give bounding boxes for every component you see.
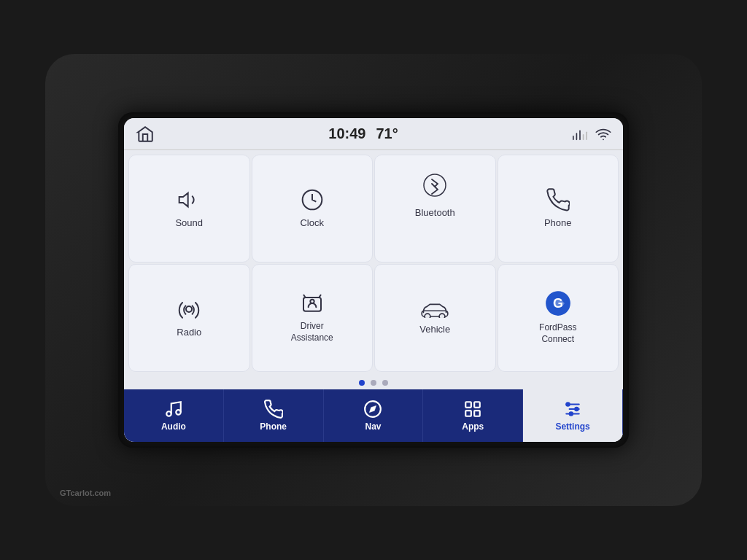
- bluetooth-button[interactable]: Bluetooth: [374, 155, 496, 262]
- fordpass-button[interactable]: G FordPass Connect: [498, 264, 619, 372]
- apps-nav-label: Apps: [462, 421, 484, 432]
- bluetooth-label: Bluetooth: [415, 207, 455, 219]
- signal-icon: [572, 126, 588, 142]
- vehicle-label: Vehicle: [419, 324, 450, 336]
- driver-assistance-button[interactable]: Driver Assistance: [252, 264, 374, 372]
- radio-button[interactable]: Radio: [128, 264, 250, 372]
- audio-nav-label: Audio: [161, 421, 186, 432]
- svg-point-11: [186, 306, 192, 312]
- svg-point-32: [566, 402, 569, 405]
- watermark: GTcarlot.com: [60, 489, 111, 497]
- phone-nav-icon: [264, 400, 283, 419]
- fordpass-icon: G: [545, 290, 571, 316]
- svg-line-15: [319, 295, 321, 298]
- vehicle-button[interactable]: Vehicle: [374, 264, 496, 372]
- svg-rect-25: [466, 402, 472, 408]
- clock-label: Clock: [300, 217, 324, 230]
- svg-point-21: [166, 411, 171, 416]
- svg-marker-24: [370, 405, 376, 412]
- clock-button[interactable]: Clock: [252, 155, 374, 262]
- main-content: Sound Clock: [124, 150, 623, 442]
- sound-label: Sound: [175, 217, 203, 230]
- app-grid: Sound Clock: [124, 150, 623, 376]
- svg-marker-6: [179, 192, 188, 206]
- svg-line-14: [303, 295, 306, 298]
- svg-point-33: [575, 408, 578, 411]
- time-display: 10:49: [328, 125, 365, 142]
- nav-phone[interactable]: Phone: [224, 389, 324, 442]
- home-button[interactable]: [136, 125, 155, 144]
- svg-point-9: [424, 174, 446, 196]
- svg-point-5: [603, 139, 604, 140]
- radio-icon: [177, 298, 201, 321]
- page-dots: [124, 376, 623, 389]
- clock-icon: [301, 188, 324, 211]
- header: 10:49 71°: [124, 118, 623, 150]
- svg-point-17: [425, 314, 430, 318]
- dot-1[interactable]: [359, 380, 365, 386]
- sound-button[interactable]: Sound: [128, 155, 250, 262]
- bottom-nav: Audio Phone Nav: [124, 389, 623, 442]
- phone-icon: [546, 188, 570, 211]
- svg-point-18: [439, 314, 445, 318]
- car-surround: 10:49 71°: [45, 54, 702, 506]
- nav-nav-label: Nav: [365, 421, 381, 432]
- apps-nav-icon: [463, 400, 482, 419]
- temp-display: 71°: [376, 125, 398, 142]
- vehicle-icon: [420, 300, 449, 318]
- header-time-temp: 10:49 71°: [328, 125, 398, 142]
- svg-point-22: [176, 410, 181, 415]
- svg-line-10: [432, 184, 435, 187]
- nav-navigation[interactable]: Nav: [324, 389, 424, 442]
- svg-rect-28: [474, 411, 480, 416]
- nav-apps[interactable]: Apps: [423, 389, 523, 442]
- nav-settings[interactable]: Settings: [523, 389, 623, 442]
- home-icon: [136, 125, 155, 144]
- settings-nav-label: Settings: [555, 421, 589, 432]
- phone-nav-label: Phone: [260, 421, 287, 432]
- sound-icon: [177, 188, 201, 211]
- dot-3[interactable]: [382, 380, 388, 386]
- nav-nav-icon: [363, 400, 382, 419]
- driver-assistance-icon: [301, 292, 324, 315]
- driver-assistance-label: Driver Assistance: [291, 321, 333, 343]
- wifi-icon: [595, 126, 611, 142]
- phone-button[interactable]: Phone: [498, 155, 619, 262]
- svg-point-34: [570, 412, 573, 415]
- header-right: [572, 126, 611, 142]
- radio-label: Radio: [177, 327, 201, 339]
- audio-nav-icon: [164, 400, 183, 419]
- settings-nav-icon: [563, 400, 582, 419]
- dot-2[interactable]: [371, 380, 376, 386]
- bt-icon-actual: [422, 172, 448, 198]
- fordpass-label: FordPass Connect: [539, 322, 576, 345]
- screen: 10:49 71°: [124, 118, 623, 442]
- svg-rect-26: [474, 402, 480, 408]
- screen-bezel: 10:49 71°: [118, 112, 629, 448]
- svg-rect-27: [466, 411, 472, 416]
- nav-audio[interactable]: Audio: [124, 389, 224, 442]
- phone-label: Phone: [544, 217, 572, 230]
